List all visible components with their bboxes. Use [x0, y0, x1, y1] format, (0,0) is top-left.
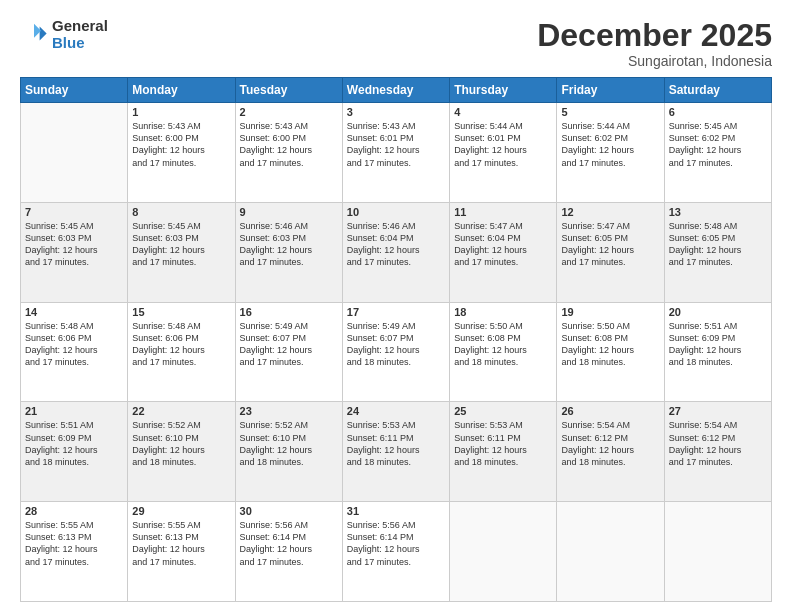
logo: General Blue — [20, 18, 108, 51]
weekday-header-monday: Monday — [128, 78, 235, 103]
day-number: 9 — [240, 206, 338, 218]
logo-general: General — [52, 18, 108, 35]
day-info: Sunrise: 5:46 AM Sunset: 6:03 PM Dayligh… — [240, 220, 338, 269]
day-number: 19 — [561, 306, 659, 318]
header: General Blue December 2025 Sungairotan, … — [20, 18, 772, 69]
day-number: 10 — [347, 206, 445, 218]
calendar-cell: 31Sunrise: 5:56 AM Sunset: 6:14 PM Dayli… — [342, 502, 449, 602]
day-info: Sunrise: 5:54 AM Sunset: 6:12 PM Dayligh… — [561, 419, 659, 468]
day-number: 22 — [132, 405, 230, 417]
day-info: Sunrise: 5:47 AM Sunset: 6:04 PM Dayligh… — [454, 220, 552, 269]
calendar-cell: 20Sunrise: 5:51 AM Sunset: 6:09 PM Dayli… — [664, 302, 771, 402]
day-number: 23 — [240, 405, 338, 417]
day-info: Sunrise: 5:44 AM Sunset: 6:02 PM Dayligh… — [561, 120, 659, 169]
day-info: Sunrise: 5:52 AM Sunset: 6:10 PM Dayligh… — [132, 419, 230, 468]
day-number: 1 — [132, 106, 230, 118]
weekday-header-saturday: Saturday — [664, 78, 771, 103]
calendar-cell: 13Sunrise: 5:48 AM Sunset: 6:05 PM Dayli… — [664, 202, 771, 302]
day-number: 11 — [454, 206, 552, 218]
calendar-cell: 6Sunrise: 5:45 AM Sunset: 6:02 PM Daylig… — [664, 103, 771, 203]
day-number: 14 — [25, 306, 123, 318]
calendar-cell — [450, 502, 557, 602]
calendar-cell: 1Sunrise: 5:43 AM Sunset: 6:00 PM Daylig… — [128, 103, 235, 203]
day-info: Sunrise: 5:56 AM Sunset: 6:14 PM Dayligh… — [240, 519, 338, 568]
day-number: 13 — [669, 206, 767, 218]
day-number: 15 — [132, 306, 230, 318]
day-number: 18 — [454, 306, 552, 318]
calendar-cell — [21, 103, 128, 203]
day-info: Sunrise: 5:48 AM Sunset: 6:06 PM Dayligh… — [25, 320, 123, 369]
title-block: December 2025 Sungairotan, Indonesia — [537, 18, 772, 69]
calendar-cell — [557, 502, 664, 602]
weekday-header-thursday: Thursday — [450, 78, 557, 103]
day-info: Sunrise: 5:53 AM Sunset: 6:11 PM Dayligh… — [347, 419, 445, 468]
calendar-cell: 18Sunrise: 5:50 AM Sunset: 6:08 PM Dayli… — [450, 302, 557, 402]
day-info: Sunrise: 5:44 AM Sunset: 6:01 PM Dayligh… — [454, 120, 552, 169]
calendar-cell: 16Sunrise: 5:49 AM Sunset: 6:07 PM Dayli… — [235, 302, 342, 402]
calendar-cell: 24Sunrise: 5:53 AM Sunset: 6:11 PM Dayli… — [342, 402, 449, 502]
calendar-cell: 28Sunrise: 5:55 AM Sunset: 6:13 PM Dayli… — [21, 502, 128, 602]
calendar-cell: 25Sunrise: 5:53 AM Sunset: 6:11 PM Dayli… — [450, 402, 557, 502]
day-info: Sunrise: 5:43 AM Sunset: 6:00 PM Dayligh… — [240, 120, 338, 169]
day-info: Sunrise: 5:46 AM Sunset: 6:04 PM Dayligh… — [347, 220, 445, 269]
calendar-cell: 19Sunrise: 5:50 AM Sunset: 6:08 PM Dayli… — [557, 302, 664, 402]
day-number: 26 — [561, 405, 659, 417]
day-info: Sunrise: 5:47 AM Sunset: 6:05 PM Dayligh… — [561, 220, 659, 269]
day-info: Sunrise: 5:55 AM Sunset: 6:13 PM Dayligh… — [25, 519, 123, 568]
calendar-cell: 12Sunrise: 5:47 AM Sunset: 6:05 PM Dayli… — [557, 202, 664, 302]
calendar-cell: 2Sunrise: 5:43 AM Sunset: 6:00 PM Daylig… — [235, 103, 342, 203]
calendar-cell: 21Sunrise: 5:51 AM Sunset: 6:09 PM Dayli… — [21, 402, 128, 502]
day-info: Sunrise: 5:45 AM Sunset: 6:03 PM Dayligh… — [25, 220, 123, 269]
calendar-table: SundayMondayTuesdayWednesdayThursdayFrid… — [20, 77, 772, 602]
calendar-cell: 11Sunrise: 5:47 AM Sunset: 6:04 PM Dayli… — [450, 202, 557, 302]
day-number: 7 — [25, 206, 123, 218]
calendar-cell: 9Sunrise: 5:46 AM Sunset: 6:03 PM Daylig… — [235, 202, 342, 302]
calendar-week-row: 14Sunrise: 5:48 AM Sunset: 6:06 PM Dayli… — [21, 302, 772, 402]
day-number: 29 — [132, 505, 230, 517]
calendar-week-row: 1Sunrise: 5:43 AM Sunset: 6:00 PM Daylig… — [21, 103, 772, 203]
calendar-cell: 17Sunrise: 5:49 AM Sunset: 6:07 PM Dayli… — [342, 302, 449, 402]
svg-marker-0 — [40, 26, 47, 40]
weekday-header-sunday: Sunday — [21, 78, 128, 103]
logo-icon — [20, 21, 48, 49]
day-info: Sunrise: 5:45 AM Sunset: 6:02 PM Dayligh… — [669, 120, 767, 169]
calendar-cell: 3Sunrise: 5:43 AM Sunset: 6:01 PM Daylig… — [342, 103, 449, 203]
logo-blue: Blue — [52, 35, 108, 52]
day-info: Sunrise: 5:56 AM Sunset: 6:14 PM Dayligh… — [347, 519, 445, 568]
calendar-cell: 10Sunrise: 5:46 AM Sunset: 6:04 PM Dayli… — [342, 202, 449, 302]
day-info: Sunrise: 5:55 AM Sunset: 6:13 PM Dayligh… — [132, 519, 230, 568]
day-number: 17 — [347, 306, 445, 318]
day-number: 31 — [347, 505, 445, 517]
main-title: December 2025 — [537, 18, 772, 53]
day-info: Sunrise: 5:51 AM Sunset: 6:09 PM Dayligh… — [25, 419, 123, 468]
calendar-cell: 5Sunrise: 5:44 AM Sunset: 6:02 PM Daylig… — [557, 103, 664, 203]
day-number: 3 — [347, 106, 445, 118]
logo-text: General Blue — [52, 18, 108, 51]
day-number: 27 — [669, 405, 767, 417]
calendar-cell: 15Sunrise: 5:48 AM Sunset: 6:06 PM Dayli… — [128, 302, 235, 402]
day-info: Sunrise: 5:43 AM Sunset: 6:00 PM Dayligh… — [132, 120, 230, 169]
day-number: 8 — [132, 206, 230, 218]
subtitle: Sungairotan, Indonesia — [537, 53, 772, 69]
day-info: Sunrise: 5:49 AM Sunset: 6:07 PM Dayligh… — [347, 320, 445, 369]
day-number: 12 — [561, 206, 659, 218]
calendar-cell: 4Sunrise: 5:44 AM Sunset: 6:01 PM Daylig… — [450, 103, 557, 203]
calendar-cell: 29Sunrise: 5:55 AM Sunset: 6:13 PM Dayli… — [128, 502, 235, 602]
day-info: Sunrise: 5:50 AM Sunset: 6:08 PM Dayligh… — [561, 320, 659, 369]
weekday-header-friday: Friday — [557, 78, 664, 103]
page: General Blue December 2025 Sungairotan, … — [0, 0, 792, 612]
calendar-cell — [664, 502, 771, 602]
weekday-header-row: SundayMondayTuesdayWednesdayThursdayFrid… — [21, 78, 772, 103]
day-number: 16 — [240, 306, 338, 318]
day-number: 5 — [561, 106, 659, 118]
day-number: 21 — [25, 405, 123, 417]
calendar-cell: 23Sunrise: 5:52 AM Sunset: 6:10 PM Dayli… — [235, 402, 342, 502]
day-info: Sunrise: 5:45 AM Sunset: 6:03 PM Dayligh… — [132, 220, 230, 269]
calendar-cell: 7Sunrise: 5:45 AM Sunset: 6:03 PM Daylig… — [21, 202, 128, 302]
calendar-cell: 14Sunrise: 5:48 AM Sunset: 6:06 PM Dayli… — [21, 302, 128, 402]
calendar-cell: 8Sunrise: 5:45 AM Sunset: 6:03 PM Daylig… — [128, 202, 235, 302]
day-info: Sunrise: 5:53 AM Sunset: 6:11 PM Dayligh… — [454, 419, 552, 468]
day-number: 25 — [454, 405, 552, 417]
calendar-cell: 27Sunrise: 5:54 AM Sunset: 6:12 PM Dayli… — [664, 402, 771, 502]
day-info: Sunrise: 5:48 AM Sunset: 6:05 PM Dayligh… — [669, 220, 767, 269]
